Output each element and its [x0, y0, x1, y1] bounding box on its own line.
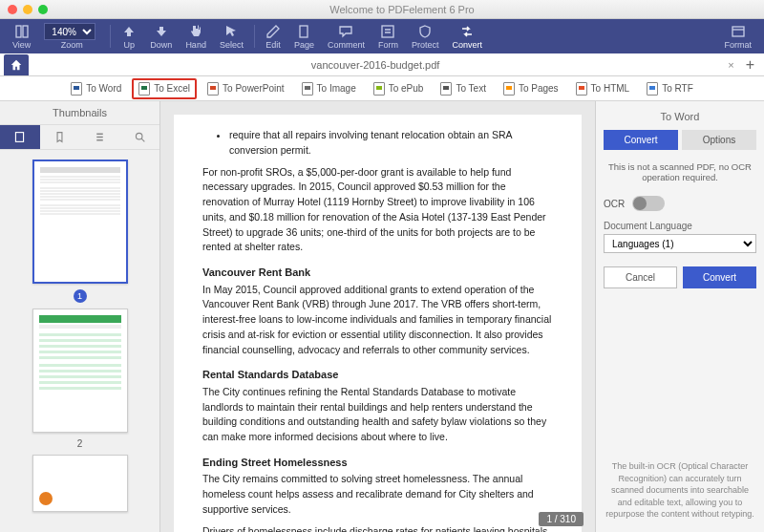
protect-tool[interactable]: Protect [405, 24, 446, 50]
doc-bullet: require that all repairs involving tenan… [229, 128, 553, 159]
select-label: Select [220, 40, 244, 50]
svg-rect-5 [16, 133, 24, 142]
format-tool[interactable]: Format [717, 24, 758, 50]
convert-tool[interactable]: Convert [445, 24, 489, 50]
to-pages-button[interactable]: To Pages [497, 78, 565, 99]
zoom-tool[interactable]: 140% Zoom [37, 23, 106, 50]
edit-tool[interactable]: Edit [259, 24, 287, 50]
page-label: Page [294, 40, 314, 50]
ocr-label: OCR [604, 199, 625, 209]
doc-heading: Rental Standards Database [202, 367, 553, 383]
thumbnail-number: 1 [74, 289, 87, 303]
thumbnails-title: Thumbnails [0, 101, 159, 125]
svg-rect-2 [300, 26, 308, 37]
view-tool[interactable]: View [6, 24, 37, 50]
thumbnail-number: 2 [77, 438, 83, 449]
svg-point-6 [136, 133, 142, 139]
up-label: Up [124, 40, 136, 50]
form-label: Form [378, 40, 398, 50]
page-counter[interactable]: 1 / 310 [539, 512, 584, 526]
select-tool[interactable]: Select [213, 24, 250, 50]
svg-rect-1 [23, 26, 28, 37]
pdf-page: require that all repairs involving tenan… [174, 115, 582, 532]
thumbnails-list: 1 2 [0, 150, 159, 532]
convert-label: Convert [452, 40, 482, 50]
svg-rect-0 [16, 26, 21, 37]
to-excel-button[interactable]: To Excel [132, 78, 197, 99]
doc-paragraph: The City continues refining the Rental S… [202, 385, 553, 445]
to-image-button[interactable]: To Image [295, 78, 363, 99]
doc-language-select[interactable]: Languages (1) [604, 234, 756, 253]
search-tab[interactable] [119, 125, 159, 149]
side-panel-title: To Word [604, 107, 756, 130]
doc-language-label: Document Language [604, 221, 756, 231]
add-tab-icon[interactable]: + [740, 56, 760, 74]
comment-tool[interactable]: Comment [321, 24, 371, 50]
doc-paragraph: The City remains committed to solving st… [202, 472, 553, 517]
form-tool[interactable]: Form [371, 24, 405, 50]
convert-button[interactable]: Convert [683, 266, 756, 288]
thumbnails-panel: Thumbnails 1 2 [0, 101, 160, 532]
comment-label: Comment [328, 40, 365, 50]
maximize-window-icon[interactable] [38, 5, 48, 14]
image-icon [302, 82, 313, 96]
view-label: View [12, 40, 31, 50]
to-epub-button[interactable]: To ePub [367, 78, 431, 99]
close-window-icon[interactable] [8, 5, 17, 14]
svg-rect-3 [382, 26, 393, 37]
document-tab[interactable]: vancouver-2016-budget.pdf [29, 55, 722, 74]
to-word-button[interactable]: To Word [64, 78, 128, 99]
options-tab[interactable]: Options [682, 130, 756, 150]
thumbnail-page-1[interactable] [32, 160, 128, 284]
protect-label: Protect [412, 40, 439, 50]
format-label: Format [724, 40, 752, 50]
rtf-icon [647, 82, 658, 96]
thumbnail-page-2[interactable] [32, 309, 128, 433]
powerpoint-icon [207, 82, 219, 96]
down-label: Down [150, 40, 172, 50]
pages-icon [503, 82, 515, 96]
edit-label: Edit [265, 40, 281, 50]
doc-heading: Vancouver Rent Bank [202, 265, 553, 281]
bookmarks-tab[interactable] [40, 125, 80, 149]
to-powerpoint-button[interactable]: To PowerPoint [201, 78, 290, 99]
to-text-button[interactable]: To Text [434, 78, 493, 99]
doc-paragraph: For non-profit SROs, a $5,000-per-door g… [202, 165, 553, 256]
svg-rect-4 [732, 27, 744, 36]
toolbar-separator [110, 25, 111, 48]
document-tabbar: vancouver-2016-budget.pdf × + [0, 53, 764, 76]
word-icon [71, 82, 82, 96]
toolbar-separator [254, 25, 255, 48]
minimize-window-icon[interactable] [23, 5, 32, 14]
cancel-button[interactable]: Cancel [604, 266, 677, 288]
thumbnails-tabs [0, 125, 159, 150]
zoom-label: Zoom [61, 40, 83, 50]
main-toolbar: View 140% Zoom Up Down Hand Select Edit … [0, 19, 764, 53]
ocr-note: This is not a scanned PDF, no OCR operat… [604, 158, 756, 186]
epub-icon [373, 82, 385, 96]
to-html-button[interactable]: To HTML [569, 78, 637, 99]
window-title: Welcome to PDFelement 6 Pro [48, 4, 756, 15]
document-viewer[interactable]: require that all repairs involving tenan… [160, 101, 595, 532]
text-icon [440, 82, 452, 96]
close-tab-icon[interactable]: × [722, 59, 739, 71]
ocr-footer-note: The built-in OCR (Optical Character Reco… [604, 455, 756, 526]
thumbnails-view-tab[interactable] [0, 125, 40, 149]
zoom-select[interactable]: 140% [44, 23, 96, 40]
outline-tab[interactable] [80, 125, 120, 149]
home-tab[interactable] [4, 54, 29, 75]
html-icon [576, 82, 587, 96]
window-titlebar: Welcome to PDFelement 6 Pro [0, 0, 764, 19]
to-rtf-button[interactable]: To RTF [640, 78, 700, 99]
ocr-toggle[interactable] [632, 196, 665, 211]
convert-tab[interactable]: Convert [604, 130, 678, 150]
doc-heading: Ending Street Homelessness [202, 455, 553, 471]
up-tool[interactable]: Up [115, 24, 143, 50]
window-controls [8, 5, 48, 14]
doc-paragraph: In May 2015, Council approved additional… [202, 283, 553, 358]
thumbnail-page-3[interactable] [32, 455, 128, 512]
hand-tool[interactable]: Hand [179, 24, 213, 50]
page-tool[interactable]: Page [287, 24, 321, 50]
excel-icon [138, 82, 150, 96]
down-tool[interactable]: Down [143, 24, 179, 50]
